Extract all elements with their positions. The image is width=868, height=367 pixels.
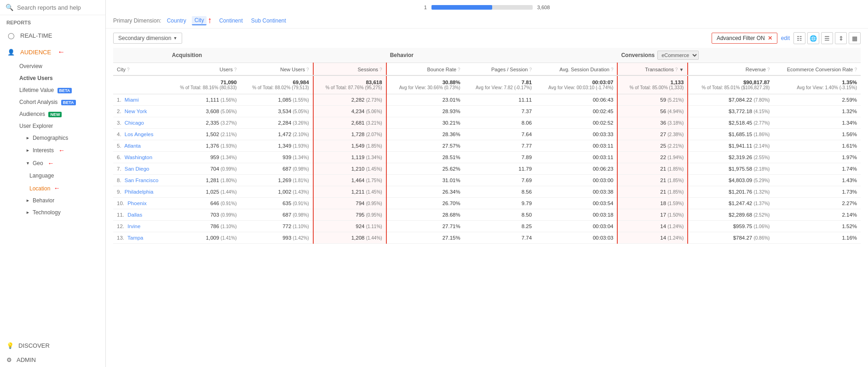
dimension-row: Primary Dimension: Country City ↑ Contin… [113,13,861,28]
pivot-view-button[interactable]: ▦ [849,32,861,44]
row-number: 12. [117,224,124,229]
sidebar-item-cohort[interactable]: Cohort Analysis BETA [13,96,105,108]
sessions-help-icon[interactable]: ? [379,67,382,72]
new-users-cell: 993 (1.42%) [241,232,313,244]
users-col-header: Users ? [168,63,241,76]
dim-sub-continent[interactable]: Sub Continent [248,17,289,25]
progress-value: 1 [424,5,427,10]
revenue-cell: $2,289.68 (2.52%) [688,209,773,221]
list-view-button[interactable]: ☰ [821,32,833,44]
users-help-icon[interactable]: ? [234,67,237,72]
transactions-help-icon[interactable]: ? [675,67,678,72]
row-number: 8. [117,178,121,183]
table-container: Acquisition Behavior Conversions eCommer… [106,48,868,367]
revenue-help-icon[interactable]: ? [767,67,770,72]
city-link[interactable]: San Diego [125,166,149,172]
revenue-cell: $3,772.18 (4.15%) [688,106,773,117]
users-cell: 1,025 (1.44%) [168,186,241,198]
city-link[interactable]: New York [125,109,147,114]
compare-view-button[interactable]: ⇕ [835,32,847,44]
search-bar[interactable]: 🔍 [0,0,105,15]
secondary-dimension-button[interactable]: Secondary dimension ▼ [113,33,182,44]
bounce-rate-cell: 25.62% [386,163,464,175]
edit-link[interactable]: edit [781,35,790,41]
sidebar-item-admin[interactable]: ⚙ ADMIN [0,353,105,367]
sessions-cell: 1,119 (1.34%) [313,152,386,163]
sidebar-item-demographics[interactable]: ► Demographics [13,132,105,144]
avg-session-help-icon[interactable]: ? [611,67,614,72]
bounce-rate-cell: 28.68% [386,209,464,221]
transactions-cell: 25 (2.21%) [617,140,688,152]
dim-city[interactable]: City [192,16,207,25]
city-link[interactable]: Washington [125,155,152,160]
ecommerce-rate-cell: 1.73% [773,186,861,198]
users-cell: 1,281 (1.80%) [168,175,241,186]
sidebar-item-realtime[interactable]: ◯ REAL-TIME [0,27,105,44]
table-row: 3. Chicago 2,335 (3.27%) 2,284 (3.26%) 2… [113,117,861,129]
city-link[interactable]: San Francisco [125,178,159,183]
ecommerce-rate-help-icon[interactable]: ? [854,67,857,72]
section-header-row: Acquisition Behavior Conversions eCommer… [113,48,861,63]
new-users-cell: 939 (1.34%) [241,152,313,163]
city-cell: 10. Phoenix [113,198,168,209]
sidebar-item-overview[interactable]: Overview [13,60,105,72]
city-link[interactable]: Los Angeles [125,132,154,137]
sort-desc-icon[interactable]: ▼ [679,67,684,72]
sidebar-item-lifetime-value[interactable]: Lifetime Value BETA [13,84,105,96]
sidebar-item-technology[interactable]: ► Technology [13,206,105,218]
avg-session-cell: 00:02:52 [535,117,617,129]
city-link[interactable]: Philadelphia [125,189,154,195]
chevron-right-icon: ► [26,136,30,140]
users-cell: 1,009 (1.41%) [168,232,241,244]
ecommerce-select[interactable]: eCommerce [657,51,699,60]
city-link[interactable]: Irvine [127,224,140,229]
city-link[interactable]: Chicago [125,120,144,126]
avg-session-cell: 00:03:11 [535,140,617,152]
sidebar-item-behavior[interactable]: ► Behavior [13,195,105,206]
search-input[interactable] [17,4,100,11]
sidebar-item-location[interactable]: Location ← [13,182,105,195]
bounce-rate-cell: 28.36% [386,129,464,140]
geo-arrow-annotation: ← [48,160,54,167]
city-help-icon[interactable]: ? [127,67,130,72]
new-users-help-icon[interactable]: ? [306,67,309,72]
table-row: 12. Irvine 786 (1.10%) 772 (1.10%) 924 (… [113,221,861,232]
filter-close-icon[interactable]: ✕ [768,35,772,41]
dim-continent[interactable]: Continent [216,17,245,25]
city-link[interactable]: Atlanta [124,143,141,149]
bounce-rate-cell: 26.34% [386,186,464,198]
sidebar-item-audiences[interactable]: Audiences NEW [13,108,105,120]
pages-session-cell: 8.56 [464,186,535,198]
bounce-rate-cell: 31.01% [386,175,464,186]
sidebar-item-geo[interactable]: ▼ Geo ← [13,157,105,170]
map-view-button[interactable]: 🌐 [807,32,819,44]
grid-view-button[interactable]: ☷ [793,32,805,44]
pages-help-icon[interactable]: ? [529,67,532,72]
sidebar-item-interests[interactable]: ► Interests ← [13,144,105,157]
avg-session-cell: 00:03:33 [535,129,617,140]
primary-dimension-label: Primary Dimension: [113,17,161,24]
sidebar-item-audience[interactable]: 👤 AUDIENCE ← [0,44,105,60]
dim-country[interactable]: Country [164,17,189,25]
sidebar-item-active-users[interactable]: Active Users [13,72,105,84]
toolbar-right: Advanced Filter ON ✕ edit ☷ 🌐 ☰ ⇕ ▦ [712,32,861,44]
city-link[interactable]: Phoenix [127,201,147,206]
table-row: 4. Los Angeles 1,502 (2.11%) 1,472 (2.10… [113,129,861,140]
transactions-cell: 14 (1.24%) [617,221,688,232]
sidebar-item-discover[interactable]: 💡 DISCOVER [0,338,105,353]
revenue-cell: $1,685.15 (1.86%) [688,129,773,140]
sidebar-item-user-explorer[interactable]: User Explorer [13,120,105,132]
users-cell: 959 (1.34%) [168,152,241,163]
acquisition-section-header: Acquisition [168,48,386,63]
ecommerce-rate-cell: 1.43% [773,175,861,186]
bounce-rate-cell: 23.01% [386,94,464,106]
transactions-cell: 27 (2.38%) [617,129,688,140]
bounce-help-icon[interactable]: ? [458,67,460,72]
table-row: 8. San Francisco 1,281 (1.80%) 1,269 (1.… [113,175,861,186]
sidebar-item-language[interactable]: Language [13,170,105,182]
person-icon: 👤 [6,47,16,57]
city-link[interactable]: Dallas [127,212,142,218]
city-link[interactable]: Miami [125,97,139,103]
city-link[interactable]: Tampa [127,235,144,241]
city-cell: 11. Dallas [113,209,168,221]
